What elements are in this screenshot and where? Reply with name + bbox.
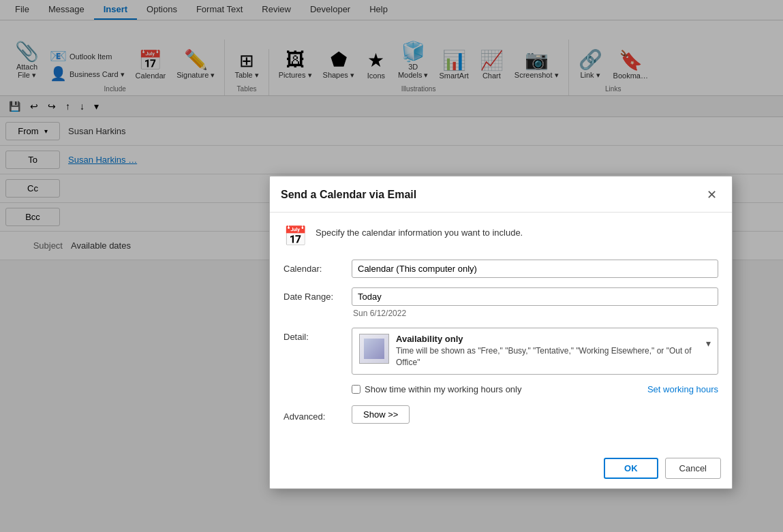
detail-dropdown-arrow[interactable]: ▾ [706, 338, 711, 349]
detail-label: Detail: [283, 328, 352, 342]
calendar-select[interactable]: Calendar (This computer only)Other Calen… [352, 260, 718, 278]
working-hours-label-text: Show time within my working hours only [365, 384, 521, 394]
date-range-row: Date Range: TodayTomorrowThis WeekNext W… [283, 287, 718, 318]
working-hours-checkbox[interactable] [352, 385, 360, 394]
working-hours-row: Show time within my working hours only S… [283, 384, 718, 394]
detail-dropdown[interactable]: Availability only Time will be shown as … [352, 328, 718, 375]
dialog-close-button[interactable]: ✕ [703, 186, 721, 204]
ok-button[interactable]: OK [604, 458, 658, 479]
detail-row: Detail: Availability only Time will be s… [283, 328, 718, 375]
calendar-dialog-icon: 📅 [283, 225, 307, 247]
detail-option-title: Availability only [396, 334, 699, 344]
calendar-control: Calendar (This computer only)Other Calen… [352, 260, 718, 278]
cancel-button[interactable]: Cancel [665, 458, 721, 479]
detail-option: Availability only Time will be shown as … [352, 328, 718, 374]
show-advanced-button[interactable]: Show >> [352, 405, 410, 424]
dialog-header: Send a Calendar via Email ✕ [270, 176, 732, 213]
dialog-footer: OK Cancel [270, 451, 732, 488]
date-hint: Sun 6/12/2022 [352, 309, 718, 318]
date-range-label: Date Range: [283, 287, 352, 302]
set-working-hours-link[interactable]: Set working hours [647, 384, 718, 394]
date-range-select[interactable]: TodayTomorrowThis WeekNext WeekThis Mont… [352, 287, 718, 306]
date-range-control: TodayTomorrowThis WeekNext WeekThis Mont… [352, 287, 718, 318]
working-hours-checkbox-label[interactable]: Show time within my working hours only [352, 384, 521, 394]
send-calendar-dialog: Send a Calendar via Email ✕ 📅 Specify th… [269, 176, 733, 489]
detail-option-desc: Time will be shown as "Free," "Busy," "T… [396, 345, 699, 369]
dialog-title: Send a Calendar via Email [281, 189, 416, 201]
calendar-row: Calendar: Calendar (This computer only)O… [283, 260, 718, 278]
advanced-row: Advanced: Show >> [283, 405, 718, 424]
detail-option-icon [359, 334, 389, 364]
detail-control: Availability only Time will be shown as … [352, 328, 718, 375]
dialog-body: 📅 Specify the calendar information you w… [270, 213, 732, 451]
dialog-intro-text: Specify the calendar information you wan… [316, 223, 523, 238]
detail-option-text: Availability only Time will be shown as … [396, 334, 699, 369]
calendar-field-label: Calendar: [283, 260, 352, 274]
advanced-label: Advanced: [283, 407, 352, 422]
dialog-intro: 📅 Specify the calendar information you w… [283, 223, 718, 247]
